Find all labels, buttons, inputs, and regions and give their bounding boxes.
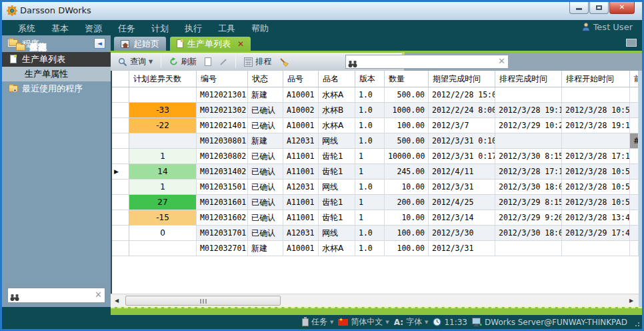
cell-extra[interactable] xyxy=(630,210,639,226)
cell-qty[interactable]: 245.00 xyxy=(385,164,429,180)
cell-qty[interactable]: 1000.00 xyxy=(385,103,429,118)
menu-item-2[interactable]: 基本 xyxy=(43,23,77,33)
cell-sched-start[interactable]: 2012/3/28 10:52 xyxy=(562,164,630,180)
cell-sched-start[interactable]: 2012/3/28 10:52 xyxy=(562,195,630,210)
cell-order-no[interactable]: M012030801 xyxy=(197,133,248,149)
cell-diff[interactable]: -15 xyxy=(129,210,197,226)
cell-status[interactable]: 已确认 xyxy=(248,226,283,241)
col-header-version[interactable]: 版本 xyxy=(355,71,385,87)
cell-item-name[interactable]: 齿轮1 xyxy=(319,210,355,226)
cell-extra[interactable] xyxy=(630,241,639,256)
edit-button[interactable] xyxy=(217,60,229,64)
cell-item-no[interactable]: A11001 xyxy=(283,210,319,226)
scroll-left-icon[interactable]: ◀ xyxy=(112,296,121,306)
minimize-button[interactable] xyxy=(569,2,589,14)
table-row[interactable]: M012030801新建A12031网线1.0500.002012/3/31 0… xyxy=(112,133,639,149)
table-row[interactable]: M012021301新建A10001水杯A1.0500.002012/2/28 … xyxy=(112,87,639,103)
new-button[interactable] xyxy=(203,56,213,67)
table-row[interactable]: 27M012031601已确认A11001齿轮11200.002012/4/25… xyxy=(112,195,639,210)
cell-sched-start[interactable]: 2012/3/28 19:10 xyxy=(562,118,630,133)
window-list-icon[interactable] xyxy=(627,39,637,45)
cell-indicator[interactable] xyxy=(112,87,129,103)
toolbar-search-input[interactable] xyxy=(359,56,495,67)
tab-production-order-list[interactable]: 生产单列表 ✕ xyxy=(170,37,251,51)
cell-extra[interactable] xyxy=(630,164,639,180)
status-task-menu[interactable]: 任务 ▼ xyxy=(302,316,333,328)
cell-diff[interactable]: 27 xyxy=(129,195,197,210)
cell-expected[interactable]: 2012/3/30 xyxy=(429,226,495,241)
sidebar-item[interactable]: 生产单列表 xyxy=(2,52,111,67)
cell-extra[interactable] xyxy=(630,180,639,195)
col-header-diff[interactable]: 计划差异天数 xyxy=(129,71,197,87)
cell-diff[interactable]: 0 xyxy=(129,226,197,241)
cell-indicator[interactable] xyxy=(112,149,129,164)
col-header-extra[interactable]: 前 xyxy=(630,71,639,87)
cell-sched-start[interactable] xyxy=(562,133,630,149)
table-row[interactable]: 1M012031501已确认A12031网线1.010.002012/3/312… xyxy=(112,180,639,195)
cell-expected[interactable]: 2012/3/31 xyxy=(429,241,495,256)
cell-version[interactable]: 1 xyxy=(355,149,385,164)
cell-expected[interactable]: 2012/3/31 xyxy=(429,180,495,195)
sidebar-search-input[interactable] xyxy=(21,289,91,301)
cell-item-name[interactable]: 网线 xyxy=(319,226,355,241)
cell-order-no[interactable]: M012031601 xyxy=(197,195,248,210)
cell-item-name[interactable]: 齿轮1 xyxy=(319,149,355,164)
cell-order-no[interactable]: M012031501 xyxy=(197,180,248,195)
table-row[interactable]: M012032701新建A10001水杯A1.0100.002012/3/31 xyxy=(112,241,639,256)
cell-status[interactable]: 已确认 xyxy=(248,118,283,133)
cell-qty[interactable]: 500.00 xyxy=(385,87,429,103)
cell-status[interactable]: 已确认 xyxy=(248,164,283,180)
table-row[interactable]: 1M012030802已确认A11001齿轮1110000.002012/3/3… xyxy=(112,149,639,164)
cell-item-no[interactable]: A11001 xyxy=(283,164,319,180)
cell-item-no[interactable]: A11001 xyxy=(283,149,319,164)
cell-qty[interactable]: 100.00 xyxy=(385,226,429,241)
col-header-sched-finish[interactable]: 排程完成时间 xyxy=(495,71,562,87)
sidebar-collapse-button[interactable]: ◄ xyxy=(94,38,105,49)
cell-status[interactable]: 已确认 xyxy=(248,195,283,210)
cell-order-no[interactable]: M012021301 xyxy=(197,87,248,103)
cell-qty[interactable]: 200.00 xyxy=(385,195,429,210)
cell-version[interactable]: 1 xyxy=(355,195,385,210)
cell-diff[interactable] xyxy=(129,87,197,103)
toolbar-search-clear-icon[interactable]: ✕ xyxy=(498,56,505,66)
cell-sched-finish[interactable]: 2012/3/28 19:10 xyxy=(495,103,562,118)
cell-extra[interactable] xyxy=(630,226,639,241)
cell-item-name[interactable]: 水杯A xyxy=(319,241,355,256)
cell-indicator[interactable]: ▶ xyxy=(112,164,129,180)
cell-item-name[interactable]: 水杯A xyxy=(319,118,355,133)
tab-close-icon[interactable]: ✕ xyxy=(237,39,244,49)
cell-sched-finish[interactable] xyxy=(495,87,562,103)
table-row[interactable]: 0M012031701已确认A12031网线1.0100.002012/3/30… xyxy=(112,226,639,241)
cell-sched-finish[interactable]: 2012/3/30 18:00 xyxy=(495,226,562,241)
cell-expected[interactable]: 2012/3/7 xyxy=(429,118,495,133)
cell-extra[interactable] xyxy=(630,118,639,133)
col-header-item-name[interactable]: 品名 xyxy=(319,71,355,87)
menu-item-6[interactable]: 执行 xyxy=(177,23,210,33)
cell-sched-finish[interactable]: 2012/3/29 10:20 xyxy=(495,118,562,133)
cell-diff[interactable]: -22 xyxy=(129,118,197,133)
cell-diff[interactable]: 1 xyxy=(129,180,197,195)
cell-extra[interactable] xyxy=(630,195,639,210)
cell-indicator[interactable] xyxy=(112,103,129,118)
cell-item-name[interactable]: 水杯B xyxy=(319,103,355,118)
cell-item-no[interactable]: A12031 xyxy=(283,180,319,195)
col-header-order-no[interactable]: 编号 xyxy=(197,71,248,87)
cell-item-no[interactable]: A11001 xyxy=(283,195,319,210)
sidebar-item[interactable]: 看板 xyxy=(9,39,18,46)
status-font-menu[interactable]: A: 字体 ▼ xyxy=(394,316,429,328)
col-header-sched-start[interactable]: 排程开始时间 xyxy=(562,71,630,87)
cell-indicator[interactable] xyxy=(112,195,129,210)
cell-item-name[interactable]: 网线 xyxy=(319,180,355,195)
menu-item-7[interactable]: 工具 xyxy=(210,23,243,33)
cell-sched-finish[interactable]: 2012/3/30 8:15 xyxy=(495,149,562,164)
cell-indicator[interactable] xyxy=(112,133,129,149)
sidebar-item[interactable]: 最近使用的程序 xyxy=(2,81,111,96)
cell-expected[interactable]: 2012/3/14 xyxy=(429,210,495,226)
query-button[interactable]: 查询 ▼ xyxy=(116,55,155,69)
resize-grip[interactable] xyxy=(633,320,639,326)
cell-sched-finish[interactable]: 2012/3/28 17:13 xyxy=(495,164,562,180)
cell-qty[interactable]: 10000.00 xyxy=(385,149,429,164)
cell-sched-finish[interactable] xyxy=(495,241,562,256)
cell-extra[interactable] xyxy=(630,87,639,103)
cell-version[interactable]: 1.0 xyxy=(355,118,385,133)
